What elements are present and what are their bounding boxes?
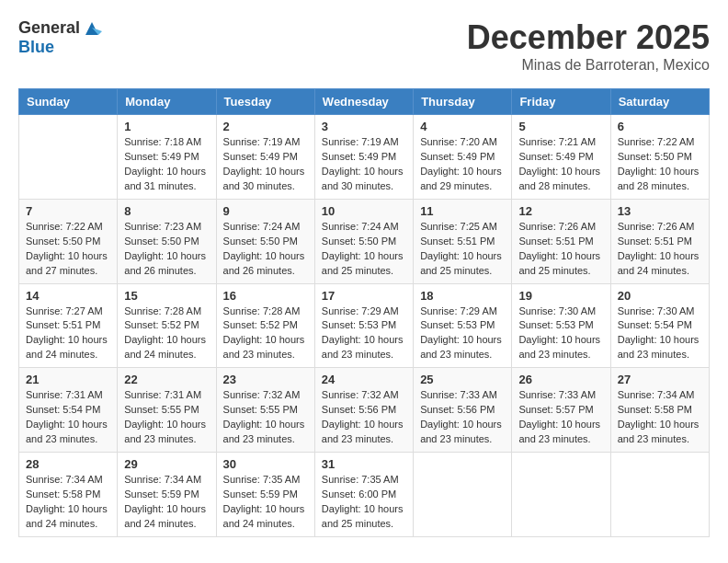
location: Minas de Barroteran, Mexico <box>467 57 710 74</box>
day-info: Sunrise: 7:20 AMSunset: 5:49 PMDaylight:… <box>420 135 505 194</box>
day-number: 22 <box>124 373 209 386</box>
month-title: December 2025 <box>467 18 710 57</box>
calendar-cell: 30Sunrise: 7:35 AMSunset: 5:59 PMDayligh… <box>216 453 314 537</box>
col-header-saturday: Saturday <box>610 89 709 115</box>
day-info: Sunrise: 7:32 AMSunset: 5:56 PMDaylight:… <box>322 388 406 447</box>
calendar-cell: 7Sunrise: 7:22 AMSunset: 5:50 PMDaylight… <box>19 199 118 283</box>
calendar-header-row: SundayMondayTuesdayWednesdayThursdayFrid… <box>19 89 710 115</box>
title-block: December 2025 Minas de Barroteran, Mexic… <box>467 18 710 74</box>
calendar-cell: 26Sunrise: 7:33 AMSunset: 5:57 PMDayligh… <box>512 368 610 453</box>
day-info: Sunrise: 7:34 AMSunset: 5:58 PMDaylight:… <box>26 473 110 532</box>
day-number: 9 <box>223 204 308 218</box>
day-info: Sunrise: 7:25 AMSunset: 5:51 PMDaylight:… <box>420 220 505 279</box>
week-row-3: 14Sunrise: 7:27 AMSunset: 5:51 PMDayligh… <box>19 283 710 368</box>
day-info: Sunrise: 7:33 AMSunset: 5:56 PMDaylight:… <box>420 388 505 447</box>
day-number: 21 <box>26 373 110 386</box>
calendar-cell: 9Sunrise: 7:24 AMSunset: 5:50 PMDaylight… <box>216 199 314 283</box>
day-number: 13 <box>618 204 702 218</box>
day-info: Sunrise: 7:29 AMSunset: 5:53 PMDaylight:… <box>322 304 406 363</box>
day-info: Sunrise: 7:24 AMSunset: 5:50 PMDaylight:… <box>322 220 406 279</box>
day-info: Sunrise: 7:30 AMSunset: 5:53 PMDaylight:… <box>518 304 603 363</box>
day-info: Sunrise: 7:21 AMSunset: 5:49 PMDaylight:… <box>518 135 603 194</box>
day-number: 12 <box>518 204 603 218</box>
day-info: Sunrise: 7:33 AMSunset: 5:57 PMDaylight:… <box>518 388 603 447</box>
day-info: Sunrise: 7:31 AMSunset: 5:54 PMDaylight:… <box>26 388 110 447</box>
day-info: Sunrise: 7:31 AMSunset: 5:55 PMDaylight:… <box>124 388 209 447</box>
day-info: Sunrise: 7:32 AMSunset: 5:55 PMDaylight:… <box>223 388 308 447</box>
day-number: 31 <box>322 457 406 471</box>
day-number: 14 <box>26 289 110 303</box>
svg-marker-0 <box>85 22 98 35</box>
day-info: Sunrise: 7:19 AMSunset: 5:49 PMDaylight:… <box>322 135 406 194</box>
calendar-cell: 22Sunrise: 7:31 AMSunset: 5:55 PMDayligh… <box>118 368 216 453</box>
calendar-cell: 3Sunrise: 7:19 AMSunset: 5:49 PMDaylight… <box>314 115 413 200</box>
calendar-cell: 5Sunrise: 7:21 AMSunset: 5:49 PMDaylight… <box>512 115 610 200</box>
logo-icon <box>82 18 102 39</box>
day-number: 18 <box>420 289 505 303</box>
calendar-cell: 18Sunrise: 7:29 AMSunset: 5:53 PMDayligh… <box>414 283 512 368</box>
day-info: Sunrise: 7:26 AMSunset: 5:51 PMDaylight:… <box>518 220 603 279</box>
calendar-cell <box>414 453 512 537</box>
logo-blue-text: Blue <box>18 38 54 56</box>
day-number: 15 <box>124 289 209 303</box>
calendar-cell: 11Sunrise: 7:25 AMSunset: 5:51 PMDayligh… <box>414 199 512 283</box>
day-number: 5 <box>518 120 603 133</box>
day-info: Sunrise: 7:27 AMSunset: 5:51 PMDaylight:… <box>26 304 110 363</box>
calendar-cell: 13Sunrise: 7:26 AMSunset: 5:51 PMDayligh… <box>610 199 709 283</box>
col-header-tuesday: Tuesday <box>216 89 314 115</box>
calendar-cell: 25Sunrise: 7:33 AMSunset: 5:56 PMDayligh… <box>414 368 512 453</box>
day-number: 10 <box>322 204 406 218</box>
col-header-friday: Friday <box>512 89 610 115</box>
day-info: Sunrise: 7:28 AMSunset: 5:52 PMDaylight:… <box>223 304 308 363</box>
week-row-1: 1Sunrise: 7:18 AMSunset: 5:49 PMDaylight… <box>19 115 710 200</box>
calendar-cell: 14Sunrise: 7:27 AMSunset: 5:51 PMDayligh… <box>19 283 118 368</box>
day-number: 6 <box>618 120 702 133</box>
day-info: Sunrise: 7:35 AMSunset: 6:00 PMDaylight:… <box>322 473 406 532</box>
calendar-cell: 12Sunrise: 7:26 AMSunset: 5:51 PMDayligh… <box>512 199 610 283</box>
calendar-cell: 8Sunrise: 7:23 AMSunset: 5:50 PMDaylight… <box>118 199 216 283</box>
calendar-cell: 21Sunrise: 7:31 AMSunset: 5:54 PMDayligh… <box>19 368 118 453</box>
day-info: Sunrise: 7:26 AMSunset: 5:51 PMDaylight:… <box>618 220 702 279</box>
day-info: Sunrise: 7:28 AMSunset: 5:52 PMDaylight:… <box>124 304 209 363</box>
calendar-cell <box>19 115 118 200</box>
page-header: General Blue December 2025 Minas de Barr… <box>18 18 710 74</box>
day-number: 3 <box>322 120 406 133</box>
col-header-wednesday: Wednesday <box>314 89 413 115</box>
day-info: Sunrise: 7:35 AMSunset: 5:59 PMDaylight:… <box>223 473 308 532</box>
calendar-cell: 4Sunrise: 7:20 AMSunset: 5:49 PMDaylight… <box>414 115 512 200</box>
day-number: 19 <box>518 289 603 303</box>
calendar-cell: 1Sunrise: 7:18 AMSunset: 5:49 PMDaylight… <box>118 115 216 200</box>
calendar-cell: 29Sunrise: 7:34 AMSunset: 5:59 PMDayligh… <box>118 453 216 537</box>
day-info: Sunrise: 7:19 AMSunset: 5:49 PMDaylight:… <box>223 135 308 194</box>
calendar-cell: 28Sunrise: 7:34 AMSunset: 5:58 PMDayligh… <box>19 453 118 537</box>
calendar-cell: 23Sunrise: 7:32 AMSunset: 5:55 PMDayligh… <box>216 368 314 453</box>
day-info: Sunrise: 7:22 AMSunset: 5:50 PMDaylight:… <box>618 135 702 194</box>
day-number: 2 <box>223 120 308 133</box>
calendar-cell: 10Sunrise: 7:24 AMSunset: 5:50 PMDayligh… <box>314 199 413 283</box>
day-number: 8 <box>124 204 209 218</box>
calendar-cell: 19Sunrise: 7:30 AMSunset: 5:53 PMDayligh… <box>512 283 610 368</box>
day-info: Sunrise: 7:34 AMSunset: 5:59 PMDaylight:… <box>124 473 209 532</box>
calendar-cell: 16Sunrise: 7:28 AMSunset: 5:52 PMDayligh… <box>216 283 314 368</box>
calendar-cell: 27Sunrise: 7:34 AMSunset: 5:58 PMDayligh… <box>610 368 709 453</box>
day-number: 24 <box>322 373 406 386</box>
day-info: Sunrise: 7:23 AMSunset: 5:50 PMDaylight:… <box>124 220 209 279</box>
day-number: 27 <box>618 373 702 386</box>
week-row-5: 28Sunrise: 7:34 AMSunset: 5:58 PMDayligh… <box>19 453 710 537</box>
calendar-cell: 6Sunrise: 7:22 AMSunset: 5:50 PMDaylight… <box>610 115 709 200</box>
day-number: 25 <box>420 373 505 386</box>
week-row-4: 21Sunrise: 7:31 AMSunset: 5:54 PMDayligh… <box>19 368 710 453</box>
calendar-cell: 24Sunrise: 7:32 AMSunset: 5:56 PMDayligh… <box>314 368 413 453</box>
day-number: 23 <box>223 373 308 386</box>
calendar-table: SundayMondayTuesdayWednesdayThursdayFrid… <box>18 88 710 537</box>
calendar-cell: 20Sunrise: 7:30 AMSunset: 5:54 PMDayligh… <box>610 283 709 368</box>
calendar-cell: 17Sunrise: 7:29 AMSunset: 5:53 PMDayligh… <box>314 283 413 368</box>
day-info: Sunrise: 7:22 AMSunset: 5:50 PMDaylight:… <box>26 220 110 279</box>
col-header-thursday: Thursday <box>414 89 512 115</box>
calendar-cell <box>512 453 610 537</box>
day-number: 20 <box>618 289 702 303</box>
day-number: 16 <box>223 289 308 303</box>
col-header-sunday: Sunday <box>19 89 118 115</box>
day-number: 26 <box>518 373 603 386</box>
day-info: Sunrise: 7:30 AMSunset: 5:54 PMDaylight:… <box>618 304 702 363</box>
